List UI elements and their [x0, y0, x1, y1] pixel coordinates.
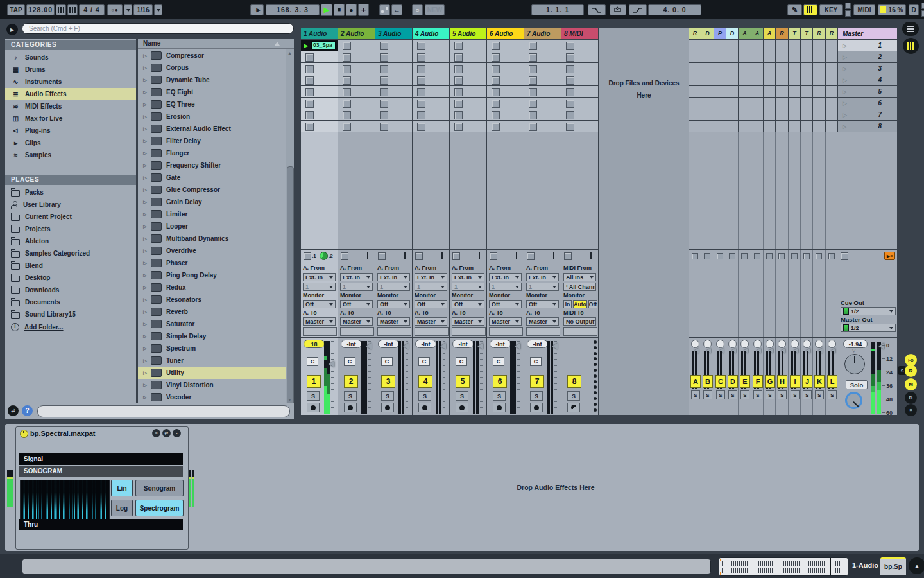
return-clip-slot[interactable]	[751, 109, 763, 120]
clip-stop-button[interactable]	[343, 65, 351, 73]
device-item-frequency-shifter[interactable]: ▷Frequency Shifter	[138, 159, 286, 171]
clip-stop-button[interactable]	[380, 100, 388, 108]
clip-stop-button[interactable]	[492, 123, 500, 131]
return-clip-slot[interactable]	[689, 63, 701, 74]
return-clip-slot[interactable]	[714, 74, 726, 85]
arm-button[interactable]	[567, 403, 580, 412]
monitor-chooser[interactable]: Off	[303, 300, 336, 308]
clip-slot[interactable]	[301, 86, 338, 97]
return-clip-slot[interactable]	[801, 51, 812, 62]
clip-stop-button[interactable]	[343, 53, 351, 62]
track-stop-all-button[interactable]	[341, 252, 348, 260]
return-activator[interactable]: H	[777, 375, 787, 388]
monitor-chooser[interactable]: Off	[526, 300, 559, 308]
return-clip-slot[interactable]	[714, 98, 726, 109]
scene-row-3[interactable]: ▷3	[838, 63, 897, 74]
show-returns-toggle[interactable]: R	[905, 365, 917, 377]
metronome-menu-button[interactable]	[124, 4, 132, 15]
scene-row-5[interactable]: ▷5	[838, 86, 897, 97]
clip-stop-button[interactable]	[380, 76, 388, 85]
clip-stop-button[interactable]	[380, 88, 388, 96]
scroll-up-icon[interactable]: ▲	[287, 51, 292, 55]
device-item-limiter[interactable]: ▷Limiter	[138, 208, 286, 220]
key-map-button[interactable]: KEY	[819, 4, 843, 15]
return-clip-slot[interactable]	[739, 51, 751, 62]
show-crossfader-toggle[interactable]: ×	[905, 404, 917, 416]
solo-button[interactable]: S	[456, 391, 468, 401]
clip-slot[interactable]	[561, 63, 598, 74]
clip-slot[interactable]	[524, 86, 561, 97]
return-clip-slot[interactable]	[701, 63, 714, 74]
clip-stop-button[interactable]	[305, 76, 314, 85]
clip-slot[interactable]	[524, 74, 561, 85]
clip-slot[interactable]	[375, 121, 412, 132]
master-volume-fader[interactable]	[878, 343, 884, 349]
return-track-header-2[interactable]: D	[701, 28, 714, 39]
return-pan-knob[interactable]	[778, 340, 786, 348]
arm-button[interactable]	[307, 403, 320, 412]
track-activator[interactable]: 1	[307, 375, 321, 388]
clip-slot[interactable]	[338, 109, 375, 120]
return-clip-slot[interactable]	[764, 63, 775, 74]
scroll-down-icon[interactable]: ▼	[287, 398, 292, 402]
clip-slot[interactable]	[301, 109, 338, 120]
clip-stop-button[interactable]	[566, 42, 574, 50]
follow-button[interactable]: ··▶	[250, 4, 264, 15]
track-stop-all-button[interactable]	[564, 252, 572, 260]
sidebar-item-plug-ins[interactable]: ⊲Plug-ins	[5, 125, 136, 137]
device-item-saturator[interactable]: ▷Saturator	[138, 318, 286, 330]
return-clip-slot[interactable]	[813, 86, 825, 97]
clip-slot[interactable]	[413, 63, 449, 74]
return-solo-button[interactable]: S	[753, 390, 762, 399]
return-stop-all-button[interactable]	[704, 253, 710, 259]
clip-stop-button[interactable]	[492, 53, 500, 62]
clip-stop-button[interactable]	[529, 53, 537, 62]
solo-button[interactable]: S	[307, 391, 320, 401]
places-item-current-project[interactable]: Current Project	[5, 211, 136, 223]
device-item-erosion[interactable]: ▷Erosion	[138, 110, 286, 123]
clip-play-icon[interactable]: ▶	[302, 41, 311, 49]
return-clip-slot[interactable]	[826, 63, 837, 74]
clip-stop-button[interactable]	[305, 88, 314, 96]
clip-slot[interactable]	[338, 86, 375, 97]
return-activator[interactable]: E	[740, 375, 750, 388]
clip-stop-button[interactable]	[529, 111, 537, 119]
return-clip-slot[interactable]	[789, 121, 800, 132]
clip-stop-button[interactable]	[417, 123, 425, 131]
volume-peak-display[interactable]: 18	[304, 340, 325, 348]
device-item-vinyl-distortion[interactable]: ▷Vinyl Distortion	[138, 379, 286, 391]
clip-slot[interactable]	[338, 63, 375, 74]
return-clip-slot[interactable]	[826, 86, 837, 97]
return-clip-slot[interactable]	[701, 40, 714, 51]
punch-out-button[interactable]	[629, 4, 647, 15]
pan-display[interactable]: C	[344, 357, 355, 366]
places-item-projects[interactable]: Projects	[5, 223, 136, 235]
tempo-display[interactable]: 128.00	[26, 4, 55, 15]
clip-stop-button[interactable]	[343, 88, 351, 96]
return-clip-slot[interactable]	[726, 121, 738, 132]
return-track-header-7[interactable]: A	[764, 28, 775, 39]
clip-stop-button[interactable]	[566, 123, 574, 131]
track-stop-all-button[interactable]	[415, 252, 423, 260]
return-clip-slot[interactable]	[739, 40, 751, 51]
return-clip-slot[interactable]	[801, 109, 812, 120]
clip-slot[interactable]	[561, 51, 598, 62]
monitor-in-button[interactable]: In	[563, 300, 572, 308]
device-hot-swap-button[interactable]: ⇄	[162, 429, 171, 437]
device-item-multiband-dynamics[interactable]: ▷Multiband Dynamics	[138, 232, 286, 245]
scene-row-6[interactable]: ▷6	[838, 98, 897, 109]
return-clip-slot[interactable]	[801, 86, 812, 97]
output-chooser[interactable]: Master	[526, 317, 559, 326]
monitor-auto-button[interactable]: Auto	[573, 300, 587, 308]
return-activator[interactable]: I	[790, 375, 800, 388]
track-stop-all-button[interactable]	[452, 252, 460, 260]
return-clip-slot[interactable]	[764, 109, 775, 120]
clip-slot[interactable]	[487, 51, 524, 62]
input-type-chooser[interactable]: Ext. In	[340, 273, 373, 281]
return-activator[interactable]: D	[728, 375, 738, 388]
clip-stop-button[interactable]	[417, 100, 425, 108]
places-item-packs[interactable]: Packs	[5, 186, 136, 198]
return-clip-slot[interactable]	[714, 86, 726, 97]
input-channel-chooser[interactable]: 1	[452, 283, 484, 291]
track-stop-all-button[interactable]	[490, 252, 497, 260]
